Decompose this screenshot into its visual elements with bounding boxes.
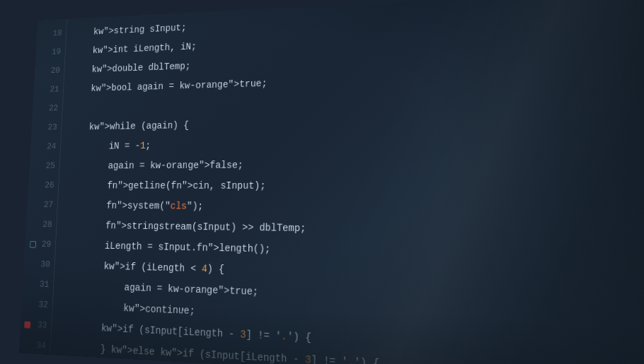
line-number-27: 27 (27, 195, 61, 215)
line-number-20: 20 (35, 61, 68, 81)
line-number-24: 24 (30, 137, 64, 157)
code-line-25: again = kw-orange">false; (67, 151, 644, 176)
line-number-26: 26 (28, 176, 62, 196)
line-number-29: 29 (25, 235, 59, 255)
line-number-32: 32 (21, 294, 56, 316)
editor-container: 1819202122232425262728293031323334353637… (19, 0, 644, 364)
line-number-21: 21 (33, 80, 67, 100)
line-number-31: 31 (23, 274, 57, 295)
line-number-25: 25 (29, 156, 63, 176)
line-number-19: 19 (35, 42, 69, 62)
line-number-34: 34 (19, 335, 54, 358)
line-number-30: 30 (23, 254, 57, 276)
line-number-18: 18 (36, 24, 69, 44)
line-number-28: 28 (25, 215, 59, 235)
line-number-35: 35 (19, 356, 52, 364)
line-number-23: 23 (31, 118, 64, 138)
line-number-33: 33 (21, 315, 55, 336)
code-content: kw">string sInput; kw">int iLength, iN; … (53, 0, 644, 364)
line-number-22: 22 (33, 99, 66, 119)
code-area: 1819202122232425262728293031323334353637… (19, 0, 644, 364)
code-line-26: fn">getline(fn">cin, sInput); (66, 175, 644, 198)
